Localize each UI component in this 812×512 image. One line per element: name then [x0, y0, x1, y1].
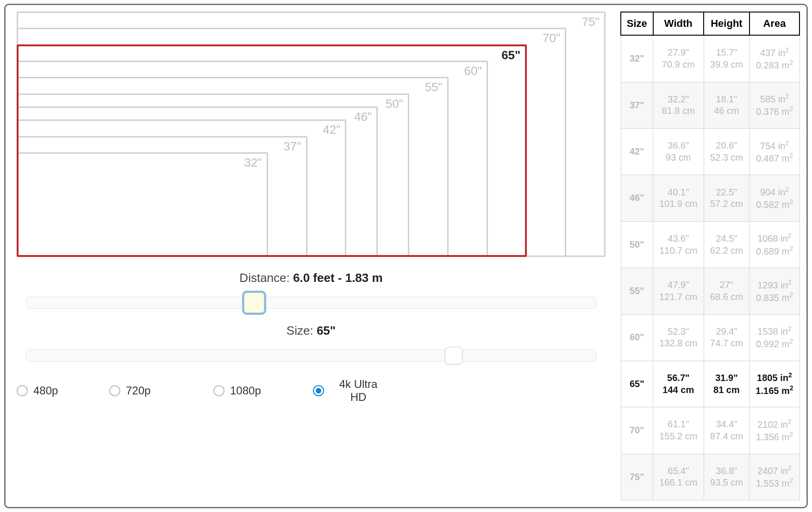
- dimensions-table: Size Width Height Area 32"27.9"70.9 cm15…: [620, 12, 800, 500]
- cell-width: 32.2"81.8 cm: [653, 82, 704, 128]
- cell-area: 2407 in21.553 m2: [750, 454, 800, 500]
- cell-width: 52.3"132.8 cm: [653, 314, 704, 361]
- table-row: 42"36.6"93 cm20.6"52.3 cm754 in20.487 m2: [621, 129, 800, 175]
- cell-area: 1293 in20.835 m2: [750, 268, 800, 314]
- table-row: 65"56.7"144 cm31.9"81 cm1805 in21.165 m2: [621, 361, 800, 407]
- cell-height: 18.1"46 cm: [704, 82, 750, 128]
- tv-box-65: 65": [17, 44, 527, 257]
- size-value: 65": [317, 324, 336, 337]
- distance-readout: Distance: 6.0 feet - 1.83 m: [12, 271, 610, 285]
- size-slider[interactable]: [26, 346, 596, 365]
- cell-size: 32": [621, 35, 653, 82]
- cell-height: 24.5"62.2 cm: [704, 221, 750, 268]
- resolution-label: 480p: [33, 384, 58, 397]
- table-header-height: Height: [704, 12, 750, 35]
- tv-box-label: 65": [501, 48, 520, 62]
- cell-height: 15.7"39.9 cm: [704, 35, 750, 82]
- cell-height: 36.8"93.5 cm: [704, 454, 750, 500]
- tv-size-overlay: 32"37"42"46"50"55"60"65"70"75": [17, 12, 606, 257]
- distance-value: 6.0 feet - 1.83 m: [293, 271, 383, 285]
- cell-width: 43.6"110.7 cm: [653, 221, 704, 268]
- slider-track: [26, 350, 596, 362]
- size-slider-thumb[interactable]: [445, 347, 462, 364]
- cell-width: 36.6"93 cm: [653, 129, 704, 175]
- size-label: Size:: [287, 324, 317, 337]
- table-row: 55"47.9"121.7 cm27"68.6 cm1293 in20.835 …: [621, 268, 800, 314]
- tv-box-label: 75": [582, 15, 600, 29]
- table-row: 60"52.3"132.8 cm29.4"74.7 cm1538 in20.99…: [621, 314, 800, 361]
- table-row: 32"27.9"70.9 cm15.7"39.9 cm437 in20.283 …: [621, 35, 800, 82]
- cell-size: 50": [621, 221, 653, 268]
- app-frame: 32"37"42"46"50"55"60"65"70"75" Distance:…: [4, 4, 808, 508]
- resolution-label: 4k Ultra HD: [330, 378, 387, 404]
- cell-height: 29.4"74.7 cm: [704, 314, 750, 361]
- cell-size: 65": [621, 361, 653, 407]
- cell-width: 56.7"144 cm: [653, 361, 704, 407]
- resolution-radio-group: 480p720p1080p4k Ultra HD: [12, 378, 610, 404]
- cell-area: 2102 in21.356 m2: [750, 407, 800, 454]
- cell-width: 47.9"121.7 cm: [653, 268, 704, 314]
- table-header-size: Size: [621, 12, 653, 35]
- size-readout: Size: 65": [12, 324, 610, 338]
- cell-height: 22.5"57.2 cm: [704, 175, 750, 221]
- distance-label: Distance:: [239, 271, 293, 285]
- cell-size: 46": [621, 175, 653, 221]
- radio-icon: [213, 385, 225, 396]
- resolution-option-1080p[interactable]: 1080p: [213, 378, 313, 404]
- cell-width: 40.1"101.9 cm: [653, 175, 704, 221]
- table-header-width: Width: [653, 12, 704, 35]
- distance-slider-thumb[interactable]: [244, 293, 264, 313]
- cell-size: 42": [621, 129, 653, 175]
- resolution-label: 720p: [126, 384, 150, 397]
- cell-area: 904 in20.582 m2: [750, 175, 800, 221]
- cell-width: 27.9"70.9 cm: [653, 35, 704, 82]
- cell-size: 75": [621, 454, 653, 500]
- table-row: 70"61.1"155.2 cm34.4"87.4 cm2102 in21.35…: [621, 407, 800, 454]
- cell-area: 585 in20.376 m2: [750, 82, 800, 128]
- table-row: 50"43.6"110.7 cm24.5"62.2 cm1068 in20.68…: [621, 221, 800, 268]
- resolution-option-480p[interactable]: 480p: [17, 378, 109, 404]
- radio-icon: [313, 385, 324, 396]
- resolution-label: 1080p: [230, 384, 261, 397]
- cell-height: 31.9"81 cm: [704, 361, 750, 407]
- cell-width: 65.4"166.1 cm: [653, 454, 704, 500]
- cell-area: 1805 in21.165 m2: [750, 361, 800, 407]
- cell-area: 754 in20.487 m2: [750, 129, 800, 175]
- resolution-option-4k[interactable]: 4k Ultra HD: [313, 378, 406, 404]
- cell-height: 34.4"87.4 cm: [704, 407, 750, 454]
- cell-area: 437 in20.283 m2: [750, 35, 800, 82]
- distance-slider[interactable]: [26, 293, 596, 312]
- table-row: 75"65.4"166.1 cm36.8"93.5 cm2407 in21.55…: [621, 454, 800, 500]
- table-header-area: Area: [750, 12, 800, 35]
- cell-size: 37": [621, 82, 653, 128]
- slider-track: [26, 297, 596, 309]
- resolution-option-720p[interactable]: 720p: [109, 378, 213, 404]
- cell-width: 61.1"155.2 cm: [653, 407, 704, 454]
- cell-size: 70": [621, 407, 653, 454]
- table-row: 37"32.2"81.8 cm18.1"46 cm585 in20.376 m2: [621, 82, 800, 128]
- cell-height: 27"68.6 cm: [704, 268, 750, 314]
- cell-size: 60": [621, 314, 653, 361]
- cell-area: 1068 in20.689 m2: [750, 221, 800, 268]
- radio-icon: [109, 385, 120, 396]
- table-row: 46"40.1"101.9 cm22.5"57.2 cm904 in20.582…: [621, 175, 800, 221]
- radio-icon: [17, 385, 28, 396]
- cell-area: 1538 in20.992 m2: [750, 314, 800, 361]
- cell-height: 20.6"52.3 cm: [704, 129, 750, 175]
- cell-size: 55": [621, 268, 653, 314]
